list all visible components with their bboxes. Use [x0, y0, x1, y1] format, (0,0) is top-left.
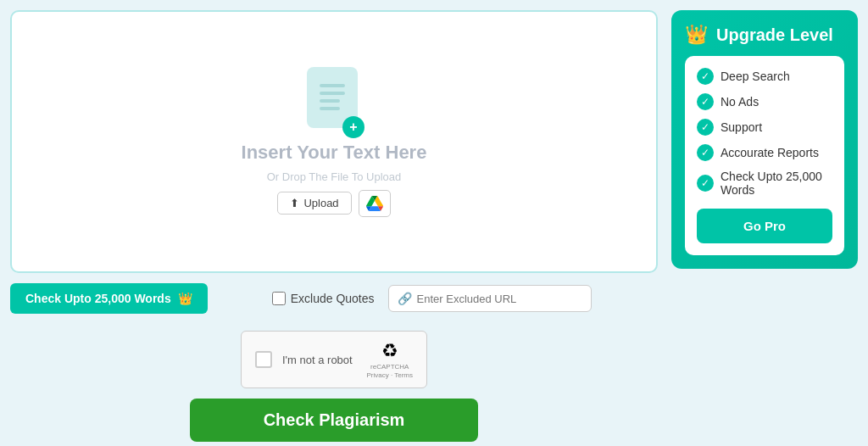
upload-btn-row: ⬆ Upload: [277, 190, 390, 217]
recaptcha-icon: ♻: [381, 340, 398, 362]
check-icon-1: ✓: [697, 93, 714, 110]
right-panel: 👑 Upgrade Level ✓ Deep Search ✓ No Ads ✓…: [671, 10, 858, 269]
upload-arrow-icon: ⬆: [290, 197, 299, 209]
left-panel: + Insert Your Text Here Or Drop The File…: [10, 10, 658, 442]
crown-icon: 👑: [178, 292, 192, 305]
exclude-quotes-label[interactable]: Exclude Quotes: [272, 292, 375, 305]
feature-support: ✓ Support: [697, 119, 832, 136]
exclude-quotes-text: Exclude Quotes: [291, 292, 375, 305]
feature-label-2: Support: [721, 120, 762, 134]
upload-button[interactable]: ⬆ Upload: [277, 192, 351, 215]
text-area-box[interactable]: + Insert Your Text Here Or Drop The File…: [10, 10, 658, 273]
check-words-button[interactable]: Check Upto 25,000 Words 👑: [10, 283, 208, 314]
captcha-row: I'm not a robot ♻ reCAPTCHAPrivacy · Ter…: [241, 331, 427, 388]
check-words-label: Check Upto 25,000 Words: [25, 292, 171, 305]
bottom-actions: I'm not a robot ♻ reCAPTCHAPrivacy · Ter…: [10, 327, 658, 442]
feature-deep-search: ✓ Deep Search: [697, 68, 832, 85]
captcha-checkbox[interactable]: [255, 351, 272, 368]
upgrade-card: ✓ Deep Search ✓ No Ads ✓ Support ✓ Accou…: [685, 56, 844, 255]
upload-button-label: Upload: [303, 197, 338, 209]
feature-check-words: ✓ Check Upto 25,000 Words: [697, 170, 832, 197]
feature-label-3: Accourate Reports: [721, 146, 819, 159]
captcha-box: I'm not a robot ♻ reCAPTCHAPrivacy · Ter…: [241, 331, 427, 388]
upgrade-header: 👑 Upgrade Level: [685, 24, 844, 46]
go-pro-button[interactable]: Go Pro: [697, 209, 832, 243]
feature-label-1: No Ads: [721, 95, 759, 109]
feature-label-4: Check Upto 25,000 Words: [721, 170, 832, 197]
insert-text-label: Insert Your Text Here: [242, 142, 427, 164]
excluded-url-field[interactable]: 🔗: [388, 285, 592, 312]
link-icon: 🔗: [398, 292, 412, 305]
upload-plus-badge: +: [342, 116, 364, 138]
options-row: Check Upto 25,000 Words 👑 Exclude Quotes…: [10, 283, 658, 314]
upgrade-crown-icon: 👑: [685, 24, 708, 46]
feature-accurate-reports: ✓ Accourate Reports: [697, 144, 832, 161]
feature-label-0: Deep Search: [721, 70, 790, 83]
gdrive-button[interactable]: [359, 190, 391, 217]
check-icon-4: ✓: [697, 175, 714, 192]
check-icon-0: ✓: [697, 68, 714, 85]
upgrade-title: Upgrade Level: [716, 25, 833, 45]
captcha-label: I'm not a robot: [282, 354, 356, 366]
recaptcha-logo: ♻ reCAPTCHAPrivacy · Terms: [366, 340, 413, 379]
exclude-quotes-checkbox[interactable]: [272, 292, 286, 305]
check-plagiarism-button[interactable]: Check Plagiarism: [190, 399, 478, 442]
check-icon-2: ✓: [697, 119, 714, 136]
recaptcha-text: reCAPTCHAPrivacy · Terms: [366, 363, 413, 379]
drop-text-label: Or Drop The File To Upload: [267, 170, 401, 183]
feature-no-ads: ✓ No Ads: [697, 93, 832, 110]
file-upload-icon: +: [307, 67, 361, 135]
main-wrapper: + Insert Your Text Here Or Drop The File…: [10, 10, 858, 442]
check-icon-3: ✓: [697, 144, 714, 161]
excluded-url-input[interactable]: [417, 293, 582, 305]
